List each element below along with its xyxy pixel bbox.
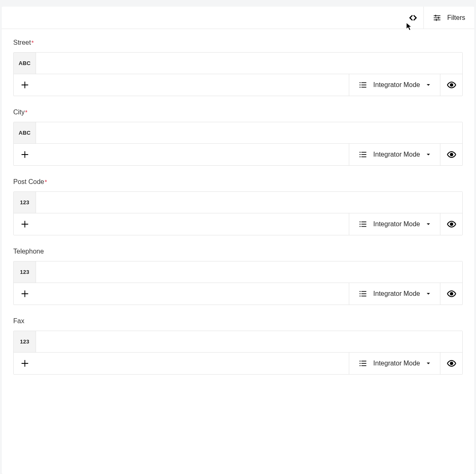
svg-point-41 (450, 293, 453, 295)
toolbar-spacer (36, 353, 349, 374)
field-input-row: 123 (14, 261, 462, 283)
mode-dropdown[interactable]: Integrator Mode (349, 353, 440, 374)
field-input-row: 123 (14, 192, 462, 213)
add-button[interactable] (14, 144, 36, 165)
toolbar-spacer (36, 74, 349, 96)
field-box: ABC Integrator Mode (13, 122, 463, 166)
svg-rect-19 (360, 154, 361, 155)
svg-rect-35 (360, 291, 361, 292)
field-toolbar: Integrator Mode (14, 74, 462, 96)
field-label: City* (13, 109, 463, 116)
mode-label: Integrator Mode (373, 220, 420, 228)
svg-rect-30 (360, 226, 361, 227)
type-tag: ABC (14, 122, 36, 143)
field-input[interactable] (36, 53, 462, 74)
main-panel: Filters Street* ABC Integrator Mode (2, 7, 474, 474)
filters-button[interactable]: Filters (424, 7, 474, 29)
field-group: City* ABC Integrator Mode (13, 109, 463, 166)
field-input-row: ABC (14, 53, 462, 74)
svg-rect-9 (361, 82, 366, 83)
type-tag: 123 (14, 331, 36, 352)
add-button[interactable] (14, 213, 36, 235)
field-label-text: Fax (13, 317, 24, 324)
type-tag: ABC (14, 53, 36, 74)
code-toggle-button[interactable] (402, 7, 424, 29)
list-icon (358, 150, 367, 159)
field-group: Street* ABC Integrator Mode (13, 39, 463, 96)
mode-dropdown[interactable]: Integrator Mode (349, 283, 440, 305)
plus-icon (20, 359, 29, 368)
svg-rect-22 (361, 157, 366, 157)
field-toolbar: Integrator Mode (14, 144, 462, 165)
field-label: Telephone (13, 248, 463, 255)
mode-label: Integrator Mode (373, 151, 420, 158)
svg-rect-18 (361, 152, 366, 153)
field-label-text: Telephone (13, 248, 44, 255)
field-toolbar: Integrator Mode (14, 213, 462, 235)
visibility-button[interactable] (440, 144, 462, 165)
svg-rect-21 (360, 157, 361, 157)
svg-rect-27 (361, 222, 366, 222)
svg-rect-49 (361, 365, 366, 366)
field-label: Street* (13, 39, 463, 46)
field-label: Post Code* (13, 178, 463, 186)
svg-point-32 (450, 223, 453, 225)
svg-rect-48 (360, 365, 361, 366)
svg-point-23 (450, 153, 453, 156)
chevron-down-icon (426, 82, 431, 87)
mode-dropdown[interactable]: Integrator Mode (349, 144, 440, 165)
visibility-button[interactable] (440, 213, 462, 235)
field-label: Fax (13, 317, 463, 325)
field-input-row: ABC (14, 122, 462, 144)
field-input-row: 123 (14, 331, 462, 353)
visibility-button[interactable] (440, 283, 462, 305)
visibility-button[interactable] (440, 74, 462, 96)
field-input[interactable] (36, 331, 462, 352)
svg-rect-40 (361, 296, 366, 297)
field-label-text: Street (13, 39, 31, 46)
svg-rect-12 (360, 87, 361, 88)
required-marker: * (25, 109, 28, 116)
required-marker: * (31, 39, 34, 46)
mode-label: Integrator Mode (373, 290, 420, 297)
eye-icon (447, 219, 457, 229)
svg-rect-47 (361, 363, 366, 364)
field-box: 123 Integrator Mode (13, 331, 463, 375)
field-box: 123 Integrator Mode (13, 191, 463, 235)
svg-rect-13 (361, 87, 366, 88)
plus-icon (20, 220, 29, 229)
mode-label: Integrator Mode (373, 81, 420, 89)
svg-point-14 (450, 84, 453, 86)
visibility-button[interactable] (440, 353, 462, 374)
field-input[interactable] (36, 192, 462, 213)
eye-icon (447, 80, 457, 90)
add-button[interactable] (14, 74, 36, 96)
svg-rect-37 (360, 293, 361, 294)
type-tag: 123 (14, 261, 36, 283)
svg-rect-39 (360, 296, 361, 297)
svg-rect-17 (360, 152, 361, 153)
field-input[interactable] (36, 261, 462, 283)
eye-icon (447, 358, 457, 368)
toolbar-spacer (36, 144, 349, 165)
topbar: Filters (2, 7, 474, 29)
field-toolbar: Integrator Mode (14, 283, 462, 305)
filters-label: Filters (447, 14, 465, 22)
toolbar-spacer (36, 283, 349, 305)
field-input[interactable] (36, 122, 462, 143)
plus-icon (20, 150, 29, 159)
svg-rect-10 (360, 85, 361, 85)
mode-dropdown[interactable]: Integrator Mode (349, 74, 440, 96)
field-label-text: Post Code (13, 178, 44, 185)
add-button[interactable] (14, 353, 36, 374)
mode-dropdown[interactable]: Integrator Mode (349, 213, 440, 235)
chevron-down-icon (426, 291, 431, 296)
svg-rect-26 (360, 222, 361, 222)
add-button[interactable] (14, 283, 36, 305)
svg-rect-28 (360, 224, 361, 225)
toolbar-spacer (36, 213, 349, 235)
svg-rect-44 (360, 361, 361, 362)
field-box: 123 Integrator Mode (13, 261, 463, 305)
field-label-text: City (13, 109, 25, 116)
field-toolbar: Integrator Mode (14, 353, 462, 374)
